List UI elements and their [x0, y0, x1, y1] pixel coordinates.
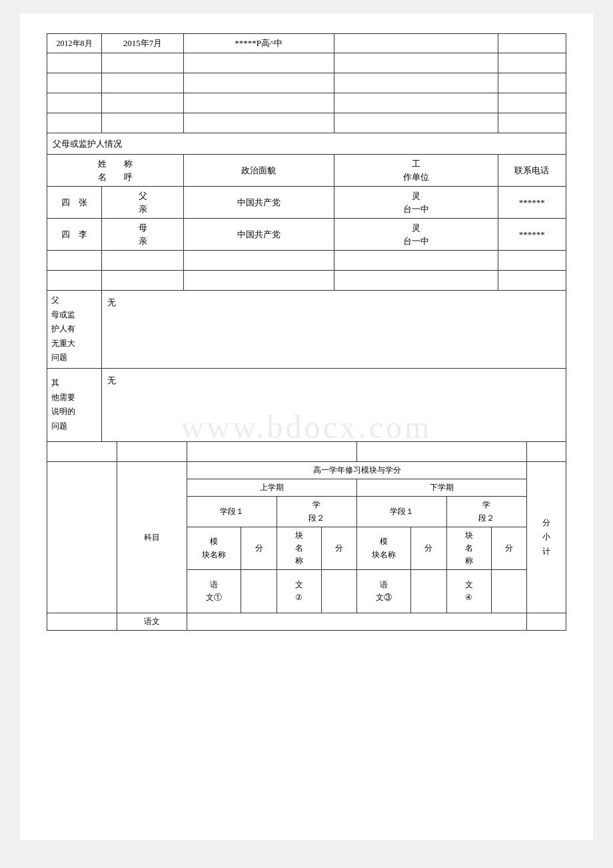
- parent2-political: 中国共产党: [184, 219, 334, 251]
- stage2-upper: 学段２: [277, 497, 356, 527]
- grade-title-row: 科目 高一学年修习模块与学分 分小计: [47, 461, 566, 479]
- parent1-work: 灵 台一中: [334, 187, 498, 219]
- table-row: [47, 113, 566, 133]
- major-issues-row: 父 母或监 护人有 无重大 问题 无: [47, 291, 566, 369]
- stage1-upper: 学段１: [187, 497, 277, 527]
- page: www.bdocx.com 2012年8月 2015年7月 *****P高^中: [20, 13, 593, 840]
- table-row: [47, 93, 566, 113]
- major-issues-label: 父 母或监 护人有 无重大 问题: [47, 291, 102, 369]
- module-yw1: 语文①: [187, 570, 241, 613]
- parent1-call: 父 亲: [102, 187, 184, 219]
- stage2-lower: 学段２: [446, 497, 526, 527]
- parent1-prefix: 四 张: [47, 187, 102, 219]
- parent2-call: 母 亲: [102, 219, 184, 251]
- cell-empty1: [334, 34, 498, 53]
- cell-year: 2012年8月: [47, 34, 102, 53]
- parent-phone-header: 联系电话: [498, 155, 566, 187]
- upper-semester: 上学期: [187, 479, 357, 497]
- cell-school: *****P高^中: [184, 34, 334, 53]
- subtotal-header: 分小计: [527, 461, 566, 613]
- parent-section-title: 父母或监护人情况: [47, 133, 566, 155]
- other-issues-label: 其 他需要 说明的 问题: [47, 368, 102, 441]
- table-row: 2012年8月 2015年7月 *****P高^中: [47, 34, 566, 53]
- table-row: [47, 441, 566, 461]
- parent2-work: 灵 台一中: [334, 219, 498, 251]
- major-issues-value: 无: [102, 291, 566, 369]
- parent-political-header: 政治面貌: [184, 155, 334, 187]
- subject-header: 科目: [117, 461, 187, 613]
- other-issues-row: 其 他需要 说明的 问题 无: [47, 368, 566, 441]
- other-issues-value: 无: [102, 368, 566, 441]
- lower-semester: 下学期: [357, 479, 527, 497]
- main-table: 2012年8月 2015年7月 *****P高^中: [47, 33, 566, 442]
- table-row: [47, 251, 566, 271]
- grade-main-title: 高一学年修习模块与学分: [187, 461, 527, 479]
- stage1-lower: 学段１: [357, 497, 446, 527]
- table-row: [47, 271, 566, 291]
- cell-empty2: [498, 34, 566, 53]
- parent-work-header: 工 作单位: [334, 155, 498, 187]
- table-row: [47, 73, 566, 93]
- subject-yuwen: 语文: [117, 613, 187, 631]
- parent2-phone: ******: [498, 219, 566, 251]
- parent-section-title-row: 父母或监护人情况: [47, 133, 566, 155]
- grade-section-table: 科目 高一学年修习模块与学分 分小计 上学期 下学期 学段１ 学段２ 学段１ 学…: [47, 441, 566, 631]
- yuwen-subject-row: 语文: [47, 613, 566, 631]
- parent-row-1: 四 张 父 亲 中国共产党 灵 台一中 ******: [47, 187, 566, 219]
- cell-date2: 2015年7月: [102, 34, 184, 53]
- parent-header-row: 姓 称 名 呼 政治面貌 工 作单位 联系电话: [47, 155, 566, 187]
- module-yw4: 文④: [446, 570, 491, 613]
- parent1-phone: ******: [498, 187, 566, 219]
- parent1-political: 中国共产党: [184, 187, 334, 219]
- parent-name-header: 姓 称 名 呼: [47, 155, 184, 187]
- parent-row-2: 四 李 母 亲 中国共产党 灵 台一中 ******: [47, 219, 566, 251]
- module-yw2: 文②: [277, 570, 321, 613]
- module-yw3: 语文③: [357, 570, 411, 613]
- parent2-prefix: 四 李: [47, 219, 102, 251]
- table-row: [47, 53, 566, 73]
